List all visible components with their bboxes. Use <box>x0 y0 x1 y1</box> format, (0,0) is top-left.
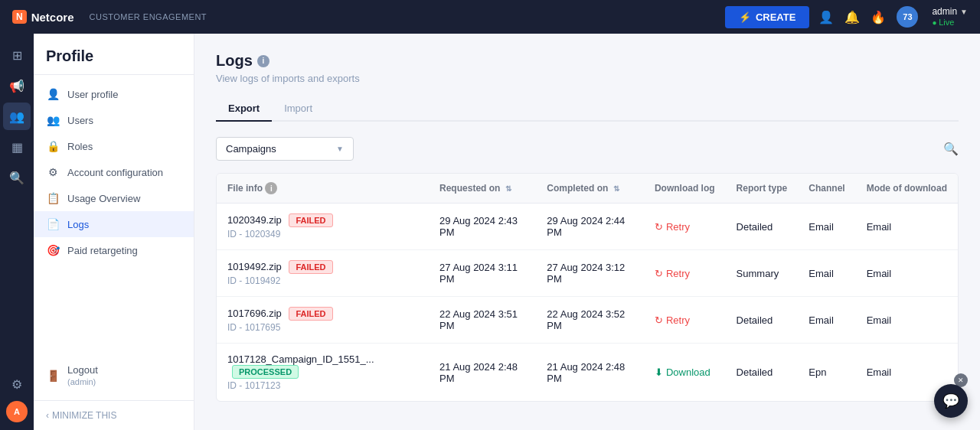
admin-name: admin ▼ <box>932 6 968 17</box>
file-name: 1020349.zip FAILED <box>227 213 418 227</box>
retry-button[interactable]: ↻ Retry <box>655 221 690 233</box>
tabs: Export Import <box>216 96 959 122</box>
user-icon[interactable]: 👤 <box>818 10 834 24</box>
completed-sort-icon[interactable]: ⇅ <box>613 184 619 193</box>
sidebar-label-roles: Roles <box>67 141 93 152</box>
status-badge: FAILED <box>289 260 332 274</box>
rail-home-icon[interactable]: ⊞ <box>3 41 31 69</box>
sidebar-item-logs[interactable]: 📄 Logs <box>34 211 194 237</box>
admin-dropdown-arrow[interactable]: ▼ <box>960 8 968 16</box>
col-channel: Channel <box>798 174 855 204</box>
cell-mode: Email <box>856 250 958 297</box>
rail-settings-icon[interactable]: ⚙ <box>3 370 31 398</box>
main-content: Logs i View logs of imports and exports … <box>194 34 980 430</box>
retry-icon: ↻ <box>655 314 663 326</box>
top-navigation: N Netcore CUSTOMER ENGAGEMENT ⚡ CREATE 👤… <box>0 0 980 34</box>
sidebar-item-logout[interactable]: 🚪 Logout (admin) <box>34 357 194 394</box>
file-name: 1017128_Campaign_ID_1551_... PROCESSED <box>227 353 418 379</box>
cell-file-info: 1017128_Campaign_ID_1551_... PROCESSED I… <box>217 344 429 402</box>
retry-button[interactable]: ↻ Retry <box>655 268 690 279</box>
cell-report-type: Detailed <box>726 297 799 344</box>
filter-row: Campaigns ▼ 🔍 <box>216 137 959 161</box>
file-id: ID - 1017695 <box>227 322 418 333</box>
bell-icon[interactable]: 🔔 <box>844 10 860 24</box>
search-icon[interactable]: 🔍 <box>943 142 959 156</box>
cell-download-log: ↻ Retry <box>644 204 726 250</box>
create-label: CREATE <box>756 11 795 23</box>
sidebar-label-account-config: Account configuration <box>67 167 163 178</box>
bolt-icon: ⚡ <box>739 11 751 23</box>
avatar-score: 73 <box>903 12 912 21</box>
campaigns-dropdown[interactable]: Campaigns ▼ <box>216 137 354 161</box>
sidebar-item-account-config[interactable]: ⚙ Account configuration <box>34 159 194 185</box>
table-row: 1017128_Campaign_ID_1551_... PROCESSED I… <box>217 344 958 402</box>
status-badge: FAILED <box>289 307 332 321</box>
admin-status: ● Live <box>932 17 968 28</box>
logout-icon: 🚪 <box>46 370 60 382</box>
page-title: Logs i <box>216 52 959 70</box>
cell-file-info: 1017696.zip FAILED ID - 1017695 <box>217 297 429 344</box>
col-file-info: File info i <box>217 174 429 204</box>
sidebar-item-usage-overview[interactable]: 📋 Usage Overview <box>34 185 194 211</box>
cell-requested-on: 27 Aug 2024 3:11 PM <box>429 250 536 297</box>
table-row: 1017696.zip FAILED ID - 1017695 22 Aug 2… <box>217 297 958 344</box>
create-button[interactable]: ⚡ CREATE <box>725 6 809 28</box>
rail-people-icon[interactable]: 👥 <box>3 103 31 130</box>
sidebar-item-paid-retargeting[interactable]: 🎯 Paid retargeting <box>34 237 194 263</box>
file-id: ID - 1019492 <box>227 275 418 286</box>
rail-search-icon[interactable]: 🔍 <box>3 164 31 191</box>
requested-sort-icon[interactable]: ⇅ <box>505 184 511 193</box>
sidebar: Profile 👤 User profile 👥 Users 🔒 Roles ⚙… <box>34 34 194 430</box>
download-button[interactable]: ⬇ Download <box>655 366 710 378</box>
sidebar-logout-sub: (admin) <box>67 377 96 386</box>
account-config-icon: ⚙ <box>46 166 60 178</box>
cell-channel: Email <box>798 250 855 297</box>
status-badge: PROCESSED <box>232 365 299 379</box>
rail-avatar[interactable]: A <box>6 401 28 422</box>
cell-completed-on: 21 Aug 2024 2:48 PM <box>536 344 644 402</box>
tab-import[interactable]: Import <box>272 96 325 122</box>
col-report-type: Report type <box>726 174 799 204</box>
score-avatar[interactable]: 73 <box>897 6 918 28</box>
retry-icon: ↻ <box>655 268 663 279</box>
cell-requested-on: 22 Aug 2024 3:51 PM <box>429 297 536 344</box>
cell-download-log: ↻ Retry <box>644 250 726 297</box>
cell-download-log: ↻ Retry <box>644 297 726 344</box>
cell-channel: Epn <box>798 344 855 402</box>
retry-icon: ↻ <box>655 221 663 233</box>
cell-file-info: 1020349.zip FAILED ID - 1020349 <box>217 204 429 250</box>
paid-retargeting-icon: 🎯 <box>46 244 60 256</box>
rail-megaphone-icon[interactable]: 📢 <box>3 72 31 99</box>
cell-file-info: 1019492.zip FAILED ID - 1019492 <box>217 250 429 297</box>
main-layout: ⊞ 📢 👥 ▦ 🔍 ⚙ A Profile 👤 User profile 👥 U… <box>0 34 980 430</box>
cell-requested-on: 21 Aug 2024 2:48 PM <box>429 344 536 402</box>
chat-bubble[interactable]: 💬 <box>934 384 968 418</box>
cell-report-type: Summary <box>726 250 799 297</box>
cell-completed-on: 27 Aug 2024 3:12 PM <box>536 250 644 297</box>
retry-button[interactable]: ↻ Retry <box>655 314 690 326</box>
page-header: Logs i View logs of imports and exports <box>216 52 959 84</box>
users-icon: 👥 <box>46 114 60 126</box>
logs-table-container: File info i Requested on ⇅ Completed on … <box>216 173 959 402</box>
sidebar-item-user-profile[interactable]: 👤 User profile <box>34 81 194 107</box>
cell-mode: Email <box>856 204 958 250</box>
tab-export[interactable]: Export <box>216 96 272 122</box>
sidebar-item-roles[interactable]: 🔒 Roles <box>34 133 194 159</box>
chevron-left-icon: ‹ <box>46 410 49 421</box>
logo-name: Netcore <box>31 11 74 24</box>
nav-icons: 👤 🔔 🔥 73 admin ▼ ● Live <box>818 6 968 28</box>
icon-rail: ⊞ 📢 👥 ▦ 🔍 ⚙ A <box>0 34 34 430</box>
file-id: ID - 1017123 <box>227 380 418 391</box>
minimize-button[interactable]: ‹ MINIMIZE THIS <box>46 410 181 421</box>
table-row: 1019492.zip FAILED ID - 1019492 27 Aug 2… <box>217 250 958 297</box>
user-profile-icon: 👤 <box>46 88 60 100</box>
logo[interactable]: N Netcore <box>12 10 74 24</box>
file-info-icon[interactable]: i <box>265 182 277 194</box>
fire-icon[interactable]: 🔥 <box>871 10 886 24</box>
logs-info-icon[interactable]: i <box>257 55 270 67</box>
cell-completed-on: 22 Aug 2024 3:52 PM <box>536 297 644 344</box>
sidebar-item-users[interactable]: 👥 Users <box>34 107 194 133</box>
col-completed-on: Completed on ⇅ <box>536 174 644 204</box>
rail-grid-icon[interactable]: ▦ <box>3 133 31 161</box>
table-body: 1020349.zip FAILED ID - 1020349 29 Aug 2… <box>217 204 958 402</box>
